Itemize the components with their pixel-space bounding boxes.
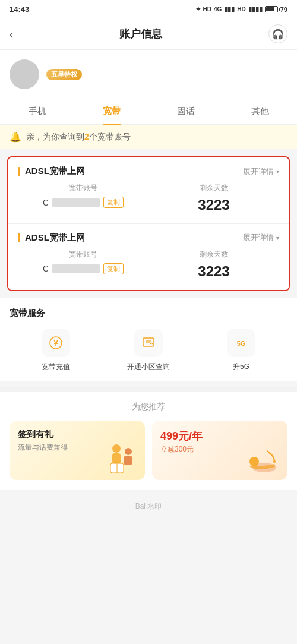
adsl-card-1: ADSL宽带上网 展开详情 ▾ 宽带账号 C 复制 剩余天数 3223 [8,157,289,223]
recommend-title: 为您推荐 [10,402,287,412]
copy-button-2[interactable]: 复制 [103,263,124,274]
battery-icon [265,6,278,12]
account-col-2: 宽带账号 C 复制 [18,250,148,280]
tab-broadband[interactable]: 宽带 [74,99,148,124]
days-value-1: 3223 [148,197,279,214]
account-label-2: 宽带账号 [18,250,148,260]
recommend-cards: 签到有礼 流量与话费兼得 499元/年 立减300元 [10,421,287,480]
adsl-info-1: 宽带账号 C 复制 剩余天数 3223 [8,183,289,223]
adsl-title-2: ADSL宽带上网 [25,232,85,244]
adsl-title-row-1: ADSL宽带上网 [18,166,85,177]
days-value-2: 3223 [148,263,279,280]
chevron-down-icon-1: ▾ [276,168,279,175]
community-icon [134,329,163,357]
back-button[interactable]: ‹ [10,27,14,41]
svg-rect-2 [143,338,154,346]
adsl-header-1: ADSL宽带上网 展开详情 ▾ [8,157,289,183]
tab-other[interactable]: 其他 [223,99,297,124]
days-col-2: 剩余天数 3223 [148,250,279,280]
page-title: 账户信息 [119,27,162,41]
account-col-1: 宽带账号 C 复制 [18,183,148,214]
chevron-down-icon-2: ▾ [276,235,279,241]
broadband-accounts-container: ADSL宽带上网 展开详情 ▾ 宽带账号 C 复制 剩余天数 3223 [7,156,290,291]
services-grid: ¥ 宽带充值 开通小区查询 5G 升5G [10,329,287,372]
signal-4g-icon: 4G [214,6,222,12]
svg-text:¥: ¥ [53,339,58,348]
tab-landline[interactable]: 固话 [148,99,223,124]
adsl-card-2: ADSL宽带上网 展开详情 ▾ 宽带账号 C 复制 剩余天数 3223 [8,223,289,290]
profile-section: 五星特权 [0,50,297,99]
copy-button-1[interactable]: 复制 [103,197,124,208]
recommend-card-signin[interactable]: 签到有礼 流量与话费兼得 [10,421,145,480]
account-label-1: 宽带账号 [18,183,148,193]
avatar [10,59,39,89]
recharge-label: 宽带充值 [42,362,70,372]
vip-badge: 五星特权 [46,69,82,80]
svg-point-14 [273,460,276,463]
signal-hd2-icon: HD [237,6,245,12]
service-community[interactable]: 开通小区查询 [102,329,195,372]
notice-bar: 🔔 亲，为你查询到2个宽带账号 [0,125,297,149]
services-section: 宽带服务 ¥ 宽带充值 开通小区查询 [0,298,297,381]
status-icons: ✦ HD 4G ▮▮▮ HD ▮▮▮▮ 79 [195,5,288,13]
status-bar: 14:43 ✦ HD 4G ▮▮▮ HD ▮▮▮▮ 79 [0,0,297,18]
bluetooth-icon: ✦ [195,5,201,13]
adsl-dot-2 [18,233,20,242]
service-5g[interactable]: 5G 升5G [195,329,287,372]
signal-bar: ▮▮▮ [224,5,235,13]
watermark: Bai 水印 [0,490,297,523]
headset-icon: 🎧 [272,29,284,40]
adsl-header-2: ADSL宽带上网 展开详情 ▾ [8,224,289,250]
recommend-card-499[interactable]: 499元/年 立减300元 [152,421,287,480]
svg-text:5G: 5G [237,340,246,347]
tab-mobile[interactable]: 手机 [0,99,74,124]
section-divider [0,387,297,392]
service-recharge[interactable]: ¥ 宽带充值 [10,329,102,372]
5g-icon: 5G [227,329,255,357]
days-col-1: 剩余天数 3223 [148,183,279,214]
notice-icon: 🔔 [10,131,21,143]
status-time: 14:43 [10,5,29,14]
recommend-section: 为您推荐 签到有礼 流量与话费兼得 499元/年 立减300元 [0,392,297,490]
signal-bar2: ▮▮▮▮ [248,5,263,13]
masked-account-1 [52,198,100,207]
battery-percent: 79 [280,6,287,13]
plan-price: 499元/年 [160,429,279,443]
days-label-1: 剩余天数 [148,183,279,193]
days-label-2: 剩余天数 [148,250,279,260]
svg-rect-9 [124,456,132,465]
adsl-title-row-2: ADSL宽带上网 [18,232,85,244]
headset-button[interactable]: 🎧 [268,24,287,43]
people-illustration [105,440,140,475]
community-label: 开通小区查询 [127,362,170,372]
signin-title: 签到有礼 [18,429,137,440]
account-value-1: C 复制 [18,197,148,208]
services-title: 宽带服务 [10,308,287,319]
adsl-title-1: ADSL宽带上网 [25,166,85,177]
account-value-2: C 复制 [18,263,148,274]
adsl-info-2: 宽带账号 C 复制 剩余天数 3223 [8,250,289,290]
notice-text: 亲，为你查询到2个宽带账号 [26,132,131,143]
svg-point-8 [125,448,132,455]
svg-point-13 [249,457,259,466]
adsl-dot-1 [18,167,20,176]
nav-bar: ‹ 账户信息 🎧 [0,18,297,50]
5g-label: 升5G [233,362,249,372]
tabs-bar: 手机 宽带 固话 其他 [0,99,297,125]
expand-button-2[interactable]: 展开详情 ▾ [243,232,279,243]
wifi-illustration [244,445,285,478]
svg-point-6 [112,444,121,453]
signal-hd-icon: HD [203,6,211,12]
recharge-icon: ¥ [42,329,70,357]
masked-account-2 [52,264,100,273]
expand-button-1[interactable]: 展开详情 ▾ [243,166,279,177]
